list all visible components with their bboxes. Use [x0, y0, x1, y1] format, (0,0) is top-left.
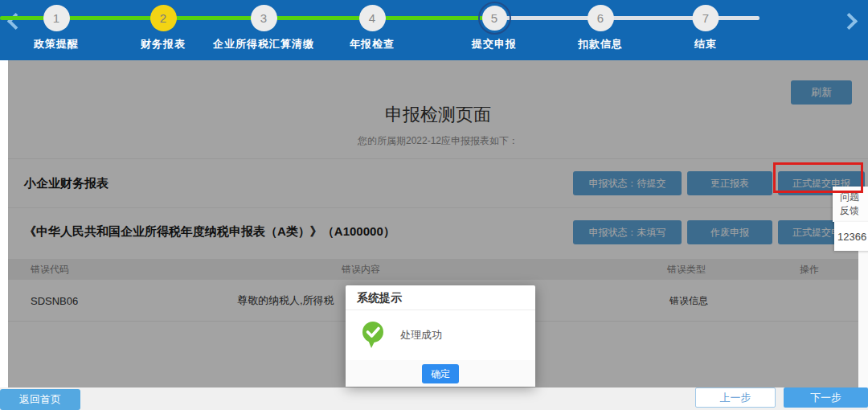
- back-home-button[interactable]: 返回首页: [0, 389, 80, 410]
- step-1-label: 政策提醒: [34, 37, 79, 51]
- feedback-label-line2: 反馈: [840, 204, 868, 218]
- modal-message: 处理成功: [400, 328, 442, 342]
- step-1-policy[interactable]: 1 政策提醒: [34, 5, 79, 51]
- step-2-circle: 2: [150, 5, 177, 31]
- step-5-label: 提交申报: [472, 37, 517, 51]
- step-3-income-tax[interactable]: 3 企业所得税汇算清缴: [213, 5, 314, 51]
- step-2-financial[interactable]: 2 财务报表: [141, 5, 186, 51]
- step-4-circle: 4: [359, 5, 386, 31]
- step-4-annual-check[interactable]: 4 年报检查: [350, 5, 395, 51]
- step-5-submit[interactable]: 5 提交申报: [472, 5, 517, 51]
- modal-title: 系统提示: [346, 285, 535, 310]
- step-3-label: 企业所得税汇算清缴: [213, 37, 314, 51]
- wizard-stepper: 1 政策提醒 2 财务报表 3 企业所得税汇算清缴 4 年报检查 5 提交申报 …: [0, 0, 868, 60]
- step-2-label: 财务报表: [141, 37, 186, 51]
- system-prompt-modal: 系统提示 处理成功 确定: [346, 285, 535, 387]
- hotline-label: 12366: [837, 231, 866, 243]
- modal-ok-button[interactable]: 确定: [422, 364, 459, 383]
- step-7-finish[interactable]: 7 结束: [693, 5, 719, 51]
- step-7-circle: 7: [693, 5, 719, 31]
- step-1-circle: 1: [43, 5, 70, 31]
- hotline-12366-widget[interactable]: 12366: [834, 222, 868, 251]
- step-6-label: 扣款信息: [578, 37, 623, 51]
- step-6-circle: 6: [588, 5, 614, 31]
- stepper-next-icon[interactable]: [841, 13, 858, 30]
- step-7-label: 结束: [693, 37, 719, 51]
- prev-step-button[interactable]: 上一步: [695, 387, 776, 408]
- success-check-icon: [360, 321, 387, 350]
- step-5-circle: 5: [482, 6, 507, 31]
- step-5-current-ring: 5: [478, 2, 511, 35]
- step-3-circle: 3: [251, 5, 277, 31]
- stepper-remaining-line: [493, 16, 760, 20]
- step-6-payment[interactable]: 6 扣款信息: [578, 5, 623, 51]
- step-4-label: 年报检查: [350, 37, 395, 51]
- next-step-button[interactable]: 下一步: [784, 387, 868, 408]
- tutorial-highlight-box: [773, 162, 863, 193]
